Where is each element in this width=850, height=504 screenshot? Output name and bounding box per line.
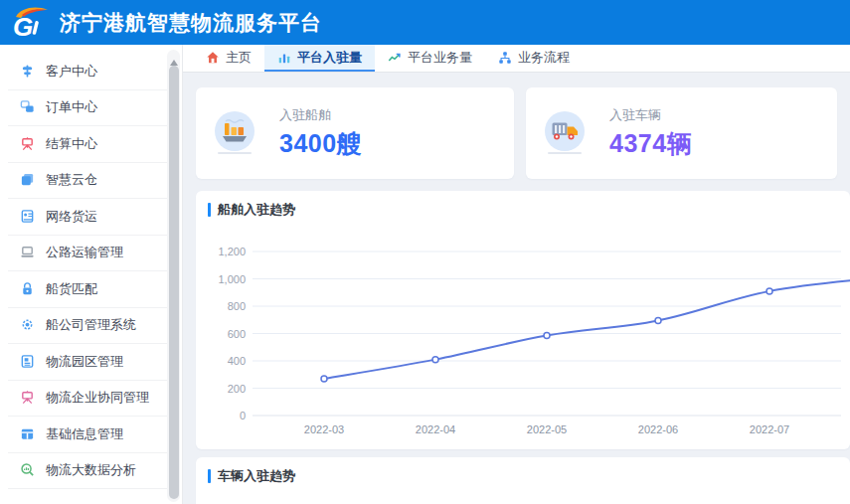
big-data-search-icon <box>20 462 36 478</box>
sidebar-item[interactable]: 物流大数据分析 <box>8 453 172 490</box>
stat-label: 入驻车辆 <box>609 106 692 124</box>
svg-text:2022-03: 2022-03 <box>304 423 344 435</box>
tab-bar: 主页 平台入驻量 平台业务量 业务流程 <box>183 45 850 73</box>
sidebar-item[interactable]: 物流园区管理 <box>8 344 172 381</box>
sidebar-item[interactable]: 基础信息管理 <box>8 417 172 453</box>
sidebar-item-label: 订单中心 <box>46 98 97 116</box>
sidebar-item[interactable]: 客户中心 <box>8 54 172 90</box>
svg-text:2022-04: 2022-04 <box>416 423 455 435</box>
tab-label: 主页 <box>226 49 252 67</box>
tab[interactable]: 业务流程 <box>485 45 583 72</box>
scroll-up-arrow-icon[interactable] <box>167 52 180 64</box>
network-freight-doc-icon <box>20 209 36 225</box>
sidebar-item-label: 客户中心 <box>46 63 97 81</box>
page-title: 济宁港航智慧物流服务平台 <box>60 9 322 37</box>
stat-value: 4374辆 <box>609 127 692 160</box>
trend-line-icon <box>388 51 402 65</box>
settlement-easel-icon <box>20 136 36 152</box>
sidebar-item[interactable]: 船公司管理系统 <box>8 308 172 345</box>
sidebar-item-label: 智慧云仓 <box>46 171 97 189</box>
tab[interactable]: 主页 <box>193 45 264 72</box>
svg-text:0: 0 <box>240 410 246 421</box>
sidebar-menu: 客户中心 订单中心 结算中心 智慧云仓 <box>0 45 182 489</box>
svg-text:G: G <box>13 12 33 41</box>
svg-text:600: 600 <box>228 328 246 340</box>
logistics-park-doc-icon <box>20 354 36 370</box>
content-area: 入驻船舶 3400艘 入驻车辆 4374 <box>183 73 850 504</box>
sidebar-item-label: 公路运输管理 <box>46 244 123 261</box>
gear-icon <box>20 317 36 333</box>
tab-label: 平台业务量 <box>408 49 472 67</box>
sidebar-item-label: 网络货运 <box>46 208 97 226</box>
sidebar-scrollbar[interactable] <box>167 50 180 502</box>
svg-text:1,000: 1,000 <box>218 273 246 285</box>
order-chat-icon <box>20 99 36 115</box>
registered-vehicles-card: 入驻车辆 4374辆 <box>526 87 837 179</box>
svg-text:2022-06: 2022-06 <box>638 423 678 435</box>
enterprise-collab-easel-icon <box>20 390 36 406</box>
truck-icon <box>544 110 588 156</box>
sidebar-item-label: 物流大数据分析 <box>46 461 136 479</box>
road-transport-laptop-icon <box>20 245 36 260</box>
flow-chart-icon <box>498 51 512 65</box>
svg-text:2022-05: 2022-05 <box>527 423 567 435</box>
port-logo-icon: G <box>10 5 52 41</box>
ship-cargo-match-icon <box>20 281 36 297</box>
svg-text:200: 200 <box>228 383 246 395</box>
stat-label: 入驻船舶 <box>279 106 362 124</box>
sidebar-item-label: 结算中心 <box>46 135 97 153</box>
sidebar-item[interactable]: 物流企业协同管理 <box>8 381 172 418</box>
sidebar-item[interactable]: 智慧云仓 <box>8 163 172 200</box>
sidebar-item[interactable]: 公路运输管理 <box>8 236 172 272</box>
title-accent-bar <box>208 469 211 483</box>
svg-text:2022-07: 2022-07 <box>750 423 789 435</box>
sidebar-item[interactable]: 网络货运 <box>8 199 172 236</box>
svg-text:1,200: 1,200 <box>218 246 246 257</box>
tab-label: 平台入驻量 <box>297 49 362 67</box>
vehicle-trend-title: 车辆入驻趋势 <box>218 467 295 485</box>
bar-chart-icon <box>277 51 291 65</box>
ship-trend-panel: 船舶入驻趋势 02004006008001,0001,2002022-03202… <box>196 191 850 449</box>
ship-trend-line-chart: 02004006008001,0001,2002022-032022-04202… <box>196 191 850 449</box>
stat-value: 3400艘 <box>279 127 362 160</box>
sidebar-item-label: 基础信息管理 <box>46 425 123 443</box>
cloud-warehouse-icon <box>20 172 36 188</box>
tab[interactable]: 平台入驻量 <box>264 45 375 72</box>
scrollbar-thumb[interactable] <box>169 66 179 499</box>
sidebar-item-label: 物流企业协同管理 <box>46 389 149 407</box>
tab[interactable]: 平台业务量 <box>375 45 485 72</box>
app-header: G 济宁港航智慧物流服务平台 <box>0 0 850 45</box>
panel-title: 车辆入驻趋势 <box>208 467 295 485</box>
sidebar-item[interactable]: 结算中心 <box>8 126 172 163</box>
home-icon <box>206 51 220 65</box>
customer-badge-icon <box>20 64 36 80</box>
ship-icon <box>214 110 257 156</box>
sidebar-item[interactable]: 船货匹配 <box>8 271 172 308</box>
sidebar-item-label: 物流园区管理 <box>46 353 123 371</box>
tab-label: 业务流程 <box>518 49 570 67</box>
app-window: G 济宁港航智慧物流服务平台 客户中心 订单中心 结算中心 <box>0 0 850 504</box>
sidebar-item-label: 船公司管理系统 <box>46 316 136 334</box>
vehicle-trend-panel: 车辆入驻趋势 <box>196 457 850 504</box>
svg-text:400: 400 <box>228 355 246 367</box>
sidebar-item[interactable]: 订单中心 <box>8 90 172 127</box>
svg-text:800: 800 <box>228 300 246 312</box>
basic-info-box-icon <box>20 426 36 442</box>
sidebar-item-label: 船货匹配 <box>46 280 97 298</box>
registered-ships-card: 入驻船舶 3400艘 <box>196 87 514 179</box>
main-area: 主页 平台入驻量 平台业务量 业务流程 <box>183 45 850 504</box>
sidebar: 客户中心 订单中心 结算中心 智慧云仓 <box>0 45 183 504</box>
